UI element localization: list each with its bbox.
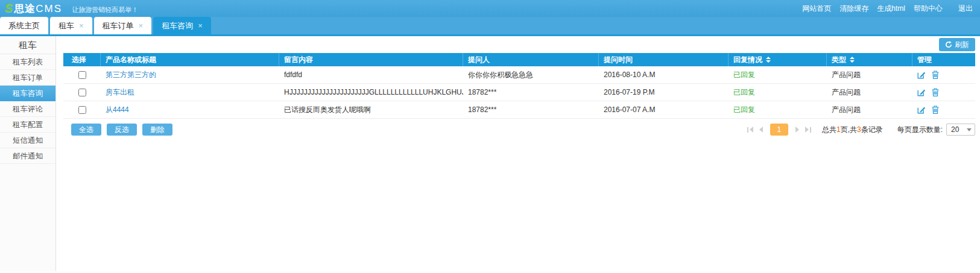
time-cell: 2016-07-19 P.M — [599, 84, 729, 101]
pagination: 1 总共1页,共3条记录 每页显示数量: 20 — [746, 124, 975, 136]
brand-name: 思途CMS — [14, 2, 62, 16]
next-page-icon[interactable] — [794, 127, 800, 133]
link-help-center[interactable]: 帮助中心 — [914, 4, 943, 14]
delete-button[interactable]: 删除 — [142, 124, 172, 136]
tab-close-icon[interactable]: × — [198, 22, 203, 30]
table-header-row: 选择 产品名称或标题 留言内容 提问人 提问时间 回复情况 类型 管理 — [63, 53, 975, 66]
link-generate-html[interactable]: 生成html — [877, 4, 905, 14]
message-cell: HJJJJJJJJJJJJJJJJJJJJJJGLLLLLLLLLLLLUHJK… — [279, 84, 463, 101]
delete-icon[interactable] — [932, 105, 939, 114]
total-pages-value: 1 — [836, 125, 841, 134]
last-page-icon[interactable] — [804, 127, 812, 133]
product-title-link[interactable]: 房车出租 — [106, 87, 134, 98]
reply-status-cell: 已回复 — [729, 66, 827, 83]
tab-close-icon[interactable]: × — [139, 22, 144, 30]
tab-label: 租车订单 — [103, 20, 134, 31]
link-logout[interactable]: 退出 — [958, 4, 973, 14]
tab-label: 租车咨询 — [162, 20, 193, 31]
delete-icon[interactable] — [932, 88, 939, 96]
chevron-down-icon — [967, 128, 972, 131]
manage-cell — [912, 101, 975, 118]
col-header-time: 提问时间 — [599, 53, 729, 66]
top-header-bar: S 思途CMS 让旅游营销轻而易举！ 网站首页 清除缓存 生成html 帮助中心… — [0, 0, 980, 17]
logo-s-icon: S — [5, 2, 13, 14]
row-checkbox[interactable] — [78, 89, 86, 96]
tab-label: 租车 — [58, 20, 74, 31]
reply-status-cell: 已回复 — [729, 101, 827, 118]
col-header-label: 回复情况 — [733, 55, 762, 65]
sidebar-item-zuche-orders[interactable]: 租车订单 — [0, 70, 55, 86]
message-cell: fdfdfd — [279, 66, 463, 83]
sidebar-item-zuche-inquiry[interactable]: 租车咨询 — [0, 86, 55, 101]
tab-close-icon[interactable]: × — [79, 22, 84, 30]
current-page-button[interactable]: 1 — [770, 124, 788, 136]
refresh-button[interactable]: 刷新 — [939, 38, 975, 51]
select-all-button[interactable]: 全选 — [71, 124, 101, 136]
delete-icon[interactable] — [932, 71, 939, 79]
link-clear-cache[interactable]: 清除缓存 — [839, 4, 868, 14]
edit-icon[interactable] — [917, 105, 926, 114]
tab-zuche-orders[interactable]: 租车订单 × — [94, 17, 152, 34]
row-checkbox[interactable] — [78, 106, 86, 114]
total-records-value: 3 — [857, 125, 861, 134]
refresh-label: 刷新 — [955, 40, 969, 50]
row-checkbox[interactable] — [78, 71, 86, 79]
tab-zuche-inquiry[interactable]: 租车咨询 × — [153, 17, 211, 34]
table-row: 房车出租 HJJJJJJJJJJJJJJJJJJJJJJGLLLLLLLLLLL… — [63, 84, 975, 101]
sidebar-item-zuche-list[interactable]: 租车列表 — [0, 54, 55, 70]
tab-zuche[interactable]: 租车 × — [50, 17, 92, 34]
sidebar-item-zuche-comments[interactable]: 租车评论 — [0, 101, 55, 117]
tab-system-home[interactable]: 系统主页 — [0, 17, 48, 34]
toolbar: 刷新 — [63, 36, 975, 53]
first-page-icon[interactable] — [746, 127, 754, 133]
reply-status-cell: 已回复 — [729, 84, 827, 101]
action-bar: 全选 反选 删除 1 总共1页,共3条记录 每页显示数量: 20 — [63, 124, 975, 136]
per-page-select[interactable]: 20 — [946, 124, 975, 136]
tab-bar: 系统主页 租车 × 租车订单 × 租车咨询 × — [0, 17, 980, 36]
time-cell: 2016-08-10 A.M — [599, 66, 729, 83]
col-header-message: 留言内容 — [279, 53, 463, 66]
tab-label: 系统主页 — [8, 20, 40, 31]
main-content: 刷新 选择 产品名称或标题 留言内容 提问人 提问时间 回复情况 类型 管理 — [56, 36, 980, 271]
sort-icon[interactable] — [766, 57, 771, 63]
message-cell: 已话搜反而奥发货人呢哦啊 — [279, 101, 463, 118]
per-page-value: 20 — [951, 125, 959, 134]
product-title-link[interactable]: 第三方第三方的 — [106, 70, 156, 80]
col-header-type: 类型 — [827, 53, 912, 66]
table-row: 第三方第三方的 fdfdfd 你你你你积极急急急 2016-08-10 A.M … — [63, 66, 975, 84]
edit-icon[interactable] — [917, 71, 926, 79]
per-page-control: 每页显示数量: 20 — [897, 124, 975, 136]
asker-cell: 你你你你积极急急急 — [463, 66, 599, 83]
brand-logo: S 思途CMS 让旅游营销轻而易举！ — [5, 2, 138, 16]
link-site-home[interactable]: 网站首页 — [802, 4, 831, 14]
pagination-summary: 总共1页,共3条记录 — [822, 125, 883, 135]
page-body: 租车 租车列表 租车订单 租车咨询 租车评论 租车配置 短信通知 邮件通知 刷新… — [0, 36, 980, 271]
table-row: 从4444 已话搜反而奥发货人呢哦啊 18782*** 2016-07-07 A… — [63, 101, 975, 119]
sort-icon[interactable] — [850, 57, 855, 63]
prev-page-icon[interactable] — [758, 127, 764, 133]
manage-cell — [912, 84, 975, 101]
sidebar-title: 租车 — [0, 36, 55, 54]
bulk-actions: 全选 反选 删除 — [63, 124, 172, 136]
product-title-link[interactable]: 从4444 — [106, 105, 129, 115]
per-page-label: 每页显示数量: — [897, 125, 943, 135]
invert-selection-button[interactable]: 反选 — [107, 124, 137, 136]
refresh-icon — [945, 41, 952, 48]
brand-tagline: 让旅游营销轻而易举！ — [72, 5, 138, 14]
col-header-label: 类型 — [832, 55, 846, 65]
time-cell: 2016-07-07 A.M — [599, 101, 729, 118]
asker-cell: 18782*** — [463, 101, 599, 118]
type-cell: 产品问题 — [827, 101, 912, 118]
col-header-reply-status: 回复情况 — [729, 53, 827, 66]
type-cell: 产品问题 — [827, 84, 912, 101]
col-header-manage: 管理 — [912, 53, 975, 66]
sidebar-item-email-notify[interactable]: 邮件通知 — [0, 148, 55, 164]
edit-icon[interactable] — [917, 88, 926, 96]
sidebar-item-zuche-config[interactable]: 租车配置 — [0, 117, 55, 133]
inquiry-table: 选择 产品名称或标题 留言内容 提问人 提问时间 回复情况 类型 管理 第三方第… — [63, 53, 975, 119]
col-header-select: 选择 — [63, 53, 101, 66]
asker-cell: 18782*** — [463, 84, 599, 101]
sidebar-item-sms-notify[interactable]: 短信通知 — [0, 133, 55, 148]
col-header-asker: 提问人 — [463, 53, 599, 66]
sidebar: 租车 租车列表 租车订单 租车咨询 租车评论 租车配置 短信通知 邮件通知 — [0, 36, 56, 271]
